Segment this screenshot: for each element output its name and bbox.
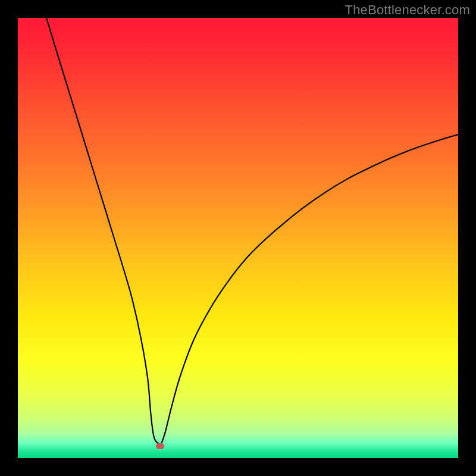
optimum-marker — [156, 443, 164, 449]
bottleneck-curve — [18, 18, 458, 458]
chart-frame: TheBottlenecker.com — [0, 0, 476, 476]
watermark-text: TheBottlenecker.com — [345, 2, 470, 18]
plot-area — [18, 18, 458, 458]
